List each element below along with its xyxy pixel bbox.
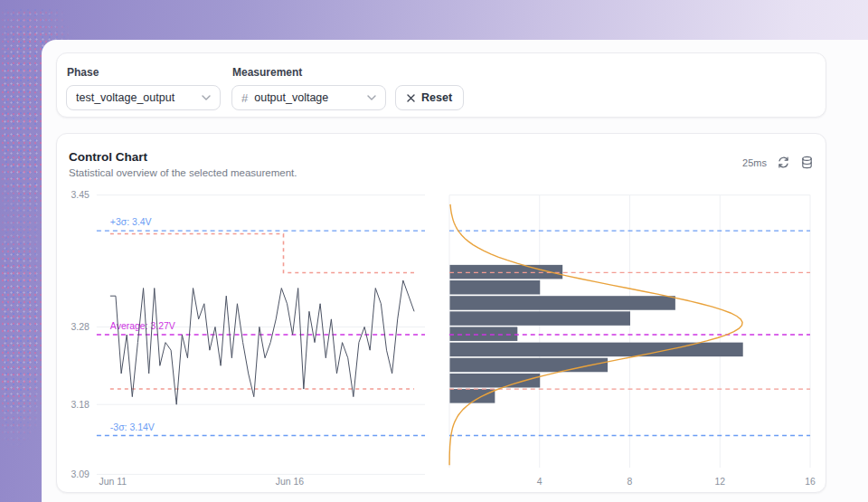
filter-bar: Phase test_voltage_output Measurement # … bbox=[56, 52, 826, 118]
histogram-bar bbox=[449, 327, 517, 341]
histogram-bar bbox=[449, 389, 495, 403]
x-tick-label: 8 bbox=[627, 477, 633, 487]
chevron-down-icon bbox=[367, 95, 376, 100]
y-tick-label: 3.18 bbox=[71, 400, 90, 410]
reset-button-label: Reset bbox=[421, 91, 452, 104]
phase-select-value: test_voltage_output bbox=[76, 91, 195, 104]
histogram-bar bbox=[449, 311, 630, 326]
average-label: Average: 3.27V bbox=[110, 321, 175, 331]
phase-select[interactable]: test_voltage_output bbox=[66, 85, 221, 110]
number-type-icon: # bbox=[241, 91, 248, 105]
histogram-bar bbox=[449, 296, 675, 310]
y-tick-label: 3.09 bbox=[71, 469, 90, 479]
y-tick-label: 3.28 bbox=[71, 322, 90, 332]
y-tick-label: 3.45 bbox=[71, 190, 90, 200]
measurement-select[interactable]: # output_voltage bbox=[231, 85, 386, 110]
histogram-bar bbox=[449, 280, 540, 295]
voltage-series-line bbox=[110, 280, 414, 404]
histogram-bar bbox=[449, 358, 608, 373]
charts-canvas[interactable]: 3.453.283.183.09Jun 11Jun 16+3σ: 3.4V-3σ… bbox=[57, 134, 826, 492]
content-surface: Phase test_voltage_output Measurement # … bbox=[42, 40, 868, 502]
x-tick-label: 4 bbox=[537, 477, 542, 487]
histogram-bar bbox=[449, 343, 742, 357]
reset-button[interactable]: Reset bbox=[395, 85, 464, 110]
upper-sigma-label: +3σ: 3.4V bbox=[110, 217, 152, 227]
usl-line bbox=[110, 234, 414, 273]
phase-field: Phase test_voltage_output bbox=[66, 66, 221, 110]
x-tick-label: 16 bbox=[805, 477, 816, 487]
x-tick-label: 12 bbox=[714, 477, 725, 487]
chevron-down-icon bbox=[202, 95, 211, 100]
x-tick-label: Jun 16 bbox=[276, 477, 305, 487]
measurement-label: Measurement bbox=[232, 66, 386, 79]
phase-label: Phase bbox=[67, 66, 221, 79]
control-chart-card: Control Chart Statistical overview of th… bbox=[56, 133, 826, 493]
x-tick-label: Jun 11 bbox=[99, 477, 127, 487]
measurement-field: Measurement # output_voltage bbox=[231, 66, 386, 110]
lower-sigma-label: -3σ: 3.14V bbox=[110, 422, 155, 432]
measurement-select-value: output_voltage bbox=[254, 91, 361, 104]
histogram-bar bbox=[449, 265, 562, 279]
close-icon bbox=[407, 94, 415, 102]
